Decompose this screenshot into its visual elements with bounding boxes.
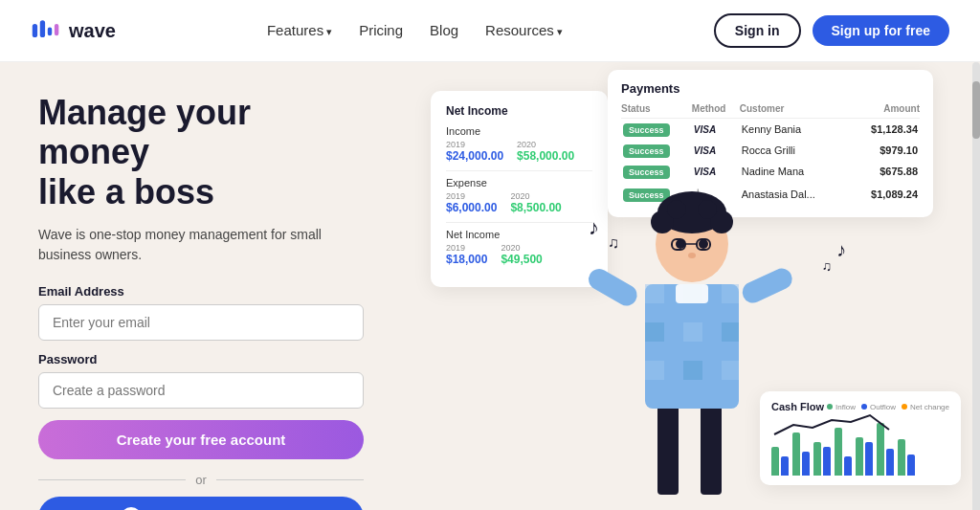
status-badge: Success (623, 123, 670, 137)
svg-rect-3 (55, 24, 58, 35)
legend-inflow-label: Inflow (835, 403, 856, 411)
income-section: Income 2019 $24,000.00 2020 $58,000.00 (446, 125, 592, 163)
svg-point-23 (667, 200, 686, 219)
svg-rect-16 (676, 284, 708, 303)
music-note-4: ♫ (822, 258, 833, 274)
music-note-1: ♪ (589, 215, 599, 240)
svg-point-27 (688, 253, 696, 258)
bar-outflow (844, 456, 852, 476)
legend-inflow-dot (827, 404, 833, 410)
bar-outflow (823, 447, 831, 476)
svg-rect-0 (33, 24, 37, 37)
scrollbar-thumb[interactable] (972, 81, 980, 139)
payments-title: Payments (621, 81, 920, 96)
svg-point-24 (698, 200, 717, 219)
scrollbar[interactable] (972, 62, 980, 510)
svg-rect-15 (722, 361, 739, 380)
svg-rect-10 (645, 322, 664, 342)
hero-title: Manage your moneylike a boss (38, 93, 364, 211)
svg-rect-11 (683, 322, 702, 342)
divider (446, 222, 592, 223)
or-divider: or (38, 473, 364, 487)
nav-blog[interactable]: Blog (430, 22, 458, 39)
logo[interactable]: wave (31, 15, 116, 46)
svg-point-26 (699, 239, 708, 249)
col-amount: Amount (849, 103, 920, 119)
legend-netchange-dot (902, 404, 907, 410)
bar-inflow (835, 428, 842, 476)
legend-netchange-label: Net change (910, 403, 949, 411)
svg-rect-2 (48, 27, 52, 35)
hero-subtitle: Wave is one-stop money management for sm… (38, 225, 364, 265)
music-note-2: ♫ (608, 234, 619, 252)
svg-rect-5 (701, 399, 722, 495)
svg-rect-4 (657, 399, 679, 495)
nav-links: Features Pricing Blog Resources (267, 22, 563, 39)
brand-name: wave (69, 20, 116, 42)
col-method: Method (692, 103, 740, 119)
left-panel: Manage your moneylike a boss Wave is one… (0, 62, 402, 510)
svg-rect-1 (40, 20, 45, 37)
divider (446, 170, 592, 171)
nav-pricing[interactable]: Pricing (359, 22, 403, 39)
expense-section: Expense 2019 $6,000.00 2020 $8,500.00 (446, 177, 592, 214)
or-text: or (195, 473, 207, 487)
col-customer: Customer (740, 103, 849, 119)
svg-rect-13 (645, 361, 664, 380)
svg-rect-17 (585, 265, 641, 310)
nav-features[interactable]: Features (267, 22, 332, 39)
google-signup-button[interactable]: G Sign up with Google (38, 497, 364, 510)
nav-buttons: Sign in Sign up for free (714, 13, 949, 48)
svg-rect-14 (683, 361, 702, 380)
right-panel: Net Income Income 2019 $24,000.00 2020 $… (402, 62, 980, 510)
bar-inflow (877, 423, 884, 476)
signin-button[interactable]: Sign in (714, 13, 801, 48)
divider-line-left (38, 479, 186, 480)
svg-rect-18 (739, 265, 795, 306)
cashflow-legend: Inflow Outflow Net change (827, 403, 949, 411)
income-card-title: Net Income (446, 104, 592, 118)
nav-resources[interactable]: Resources (485, 22, 563, 39)
net-income-section: Net Income 2019 $18,000 2020 $49,500 (446, 229, 592, 266)
navbar: wave Features Pricing Blog Resources Sig… (0, 0, 980, 62)
password-input[interactable] (38, 372, 364, 409)
main-content: Manage your moneylike a boss Wave is one… (0, 62, 980, 510)
col-status: Status (621, 103, 692, 119)
svg-rect-7 (645, 284, 664, 303)
email-label: Email Address (38, 284, 364, 299)
music-note-3: ♪ (836, 239, 846, 261)
bar-outflow (865, 442, 873, 476)
svg-rect-12 (722, 322, 739, 342)
bar-outflow (907, 455, 915, 476)
bar-outflow (886, 449, 894, 476)
bar-inflow (856, 437, 863, 476)
bar-inflow (898, 439, 905, 476)
svg-rect-9 (722, 284, 739, 303)
wave-logo-icon (31, 15, 61, 46)
legend-outflow-dot (861, 404, 867, 410)
signup-button[interactable]: Sign up for free (813, 15, 949, 46)
legend-outflow-label: Outflow (870, 403, 896, 411)
divider-line-right (216, 479, 364, 480)
password-label: Password (38, 352, 364, 366)
email-input[interactable] (38, 304, 364, 341)
bar-inflow (813, 442, 821, 476)
table-row: Success VISA Kenny Bania $1,128.34 (621, 119, 920, 141)
create-account-button[interactable]: Create your free account (38, 420, 364, 459)
person-illustration (576, 150, 806, 510)
